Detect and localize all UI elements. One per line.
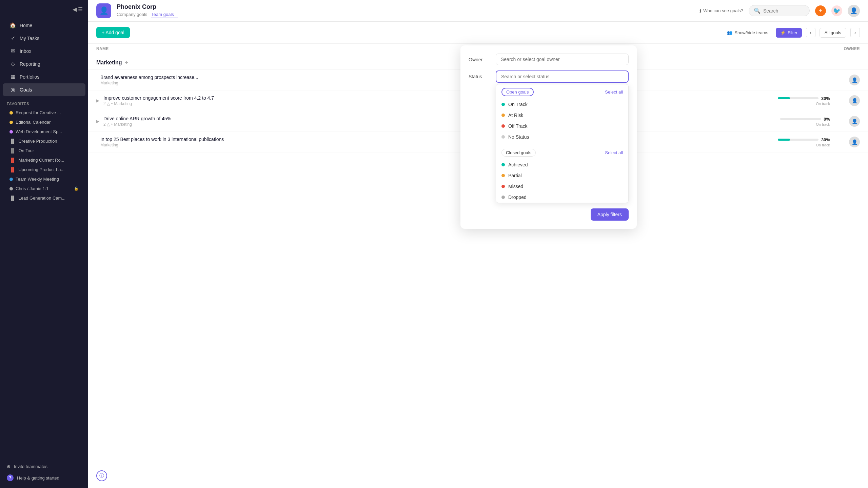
sidebar-item-request-creative[interactable]: Request for Creative ... xyxy=(3,108,85,117)
sidebar-item-lead-generation[interactable]: ▐▌Lead Generation Cam... xyxy=(3,194,85,203)
goal-owner: 👤 xyxy=(833,75,860,85)
nav-next-button[interactable]: › xyxy=(850,28,860,37)
status-option-dropped[interactable]: Dropped xyxy=(496,192,628,203)
sidebar-fav-label: Editorial Calendar xyxy=(16,120,51,125)
avatar: 👤 xyxy=(849,75,860,85)
progress-bar xyxy=(778,139,818,141)
show-hide-teams-button[interactable]: 👥 Show/hide teams xyxy=(724,28,772,37)
fav-dot-icon xyxy=(9,178,13,181)
goal-name: Drive online ARR growth of 45% xyxy=(103,116,760,121)
marketing-section-add[interactable]: + xyxy=(125,59,129,66)
sidebar-item-marketing-current[interactable]: ▐▌Marketing Current Ro... xyxy=(3,156,85,165)
on-track-dot xyxy=(501,103,505,106)
toolbar: + Add goal 👥 Show/hide teams ⚡ Filter ‹ … xyxy=(88,22,868,44)
sidebar-toggle[interactable]: ◀ ☰ xyxy=(0,0,88,19)
warning-count: 2 △ xyxy=(103,101,110,106)
all-goals-button[interactable]: All goals xyxy=(820,28,846,38)
filter-owner-row: Owner xyxy=(469,54,629,65)
expand-icon[interactable]: ▶ xyxy=(96,119,99,124)
sidebar-item-upcoming-product[interactable]: ▐▌Upcoming Product La... xyxy=(3,165,85,174)
header-title-block: Phoenix Corp Company goals Team goals xyxy=(117,3,178,18)
off-track-dot xyxy=(501,124,505,128)
filter-button[interactable]: ⚡ Filter xyxy=(776,28,802,38)
status-option-partial[interactable]: Partial xyxy=(496,170,628,181)
avatar: 👤 xyxy=(849,137,860,147)
sidebar-item-team-weekly[interactable]: Team Weekly Meeting xyxy=(3,175,85,184)
status-option-no-status[interactable]: No Status xyxy=(496,131,628,142)
status-option-achieved[interactable]: Achieved xyxy=(496,159,628,170)
progress-bar xyxy=(778,97,818,99)
who-can-see-label: Who can see goals? xyxy=(703,8,743,13)
sidebar-item-inbox[interactable]: ✉Inbox xyxy=(3,45,85,57)
sidebar-item-goals[interactable]: ◎Goals xyxy=(3,83,85,96)
open-goals-group-header: Open goals Select all xyxy=(496,84,628,99)
partial-dot xyxy=(501,174,505,177)
user-avatar[interactable]: 👤 xyxy=(848,5,860,17)
sidebar-fav-label: Request for Creative ... xyxy=(16,110,61,115)
expand-icon[interactable]: ▶ xyxy=(96,98,99,103)
header-search[interactable]: 🔍 xyxy=(749,5,810,16)
sidebar-item-reporting[interactable]: ◇Reporting xyxy=(3,58,85,70)
sidebar-item-on-tour[interactable]: ▐▌On Tour xyxy=(3,146,85,155)
fav-dot-icon xyxy=(9,121,13,124)
status-dropdown: Open goals Select all On Track At Risk xyxy=(496,70,629,203)
invite-teammates-item[interactable]: ⊕ Invite teammates xyxy=(0,461,88,472)
dropped-label: Dropped xyxy=(508,195,527,200)
goal-owner: 👤 xyxy=(833,137,860,147)
nav-prev-button[interactable]: ‹ xyxy=(806,28,815,37)
help-item[interactable]: ? Help & getting started xyxy=(0,472,88,484)
sidebar-fav-label: On Tour xyxy=(18,148,34,153)
info-button[interactable]: ⓘ xyxy=(96,470,107,481)
search-icon: 🔍 xyxy=(754,7,761,14)
sidebar-item-label: Portfolios xyxy=(20,74,39,80)
sidebar-item-editorial-calendar[interactable]: Editorial Calendar xyxy=(3,118,85,127)
apply-filters-button[interactable]: Apply filters xyxy=(591,208,629,221)
open-goals-badge[interactable]: Open goals xyxy=(501,88,534,96)
status-option-missed[interactable]: Missed xyxy=(496,181,628,192)
sidebar-item-creative-production[interactable]: ▐▌Creative Production xyxy=(3,137,85,146)
sidebar-fav-label: Creative Production xyxy=(18,139,57,144)
sidebar-item-my-tasks[interactable]: ✓My Tasks xyxy=(3,32,85,44)
progress-label: On track xyxy=(816,102,830,106)
status-option-off-track[interactable]: Off Track xyxy=(496,121,628,131)
fav-dot-icon xyxy=(9,130,13,134)
goal-progress-block: 0% On track xyxy=(762,117,830,126)
progress-fill xyxy=(778,97,790,99)
owner-filter-label: Owner xyxy=(469,54,489,62)
closed-goals-select-all[interactable]: Select all xyxy=(605,150,623,155)
sidebar-item-label: Reporting xyxy=(20,61,40,67)
logo-icon: 👤 xyxy=(99,6,108,15)
who-can-see-goals[interactable]: ℹ Who can see goals? xyxy=(699,8,743,14)
status-search-input[interactable] xyxy=(496,70,629,83)
fav-dot-icon xyxy=(9,111,13,115)
sidebar-item-home[interactable]: 🏠Home xyxy=(3,19,85,32)
notification-icon[interactable]: 🐦 xyxy=(831,5,842,16)
goals-icon: ◎ xyxy=(9,86,16,93)
add-button[interactable]: + xyxy=(815,5,826,16)
closed-goals-badge[interactable]: Closed goals xyxy=(501,149,536,157)
goal-name-block: Improve customer engagement score from 4… xyxy=(103,95,760,106)
sidebar-item-label: Goals xyxy=(20,87,32,93)
goal-progress-block: 30% On track xyxy=(762,137,830,147)
at-risk-label: At Risk xyxy=(508,113,523,118)
tab-team-goals[interactable]: Team goals xyxy=(151,11,178,18)
status-divider xyxy=(496,144,628,144)
open-goals-select-all[interactable]: Select all xyxy=(605,89,623,95)
sidebar-item-label: My Tasks xyxy=(20,36,39,41)
sidebar-item-portfolios[interactable]: ▦Portfolios xyxy=(3,70,85,83)
add-goal-button[interactable]: + Add goal xyxy=(96,27,130,38)
status-option-on-track[interactable]: On Track xyxy=(496,99,628,110)
partial-label: Partial xyxy=(508,173,522,178)
status-option-at-risk[interactable]: At Risk xyxy=(496,110,628,121)
sidebar-item-chris-jamie[interactable]: Chris / Jamie 1:1🔒 xyxy=(3,184,85,193)
on-track-label: On Track xyxy=(508,102,528,107)
help-icon: ? xyxy=(7,474,14,481)
team-label: Marketing xyxy=(114,101,132,106)
main-content: 👤 Phoenix Corp Company goals Team goals … xyxy=(88,0,868,488)
owner-filter-input[interactable] xyxy=(496,54,629,65)
inbox-icon: ✉ xyxy=(9,48,16,54)
search-input[interactable] xyxy=(763,8,805,14)
tab-company-goals[interactable]: Company goals xyxy=(117,11,151,18)
my-tasks-icon: ✓ xyxy=(9,35,16,41)
sidebar-item-web-development[interactable]: Web Development Sp... xyxy=(3,127,85,136)
